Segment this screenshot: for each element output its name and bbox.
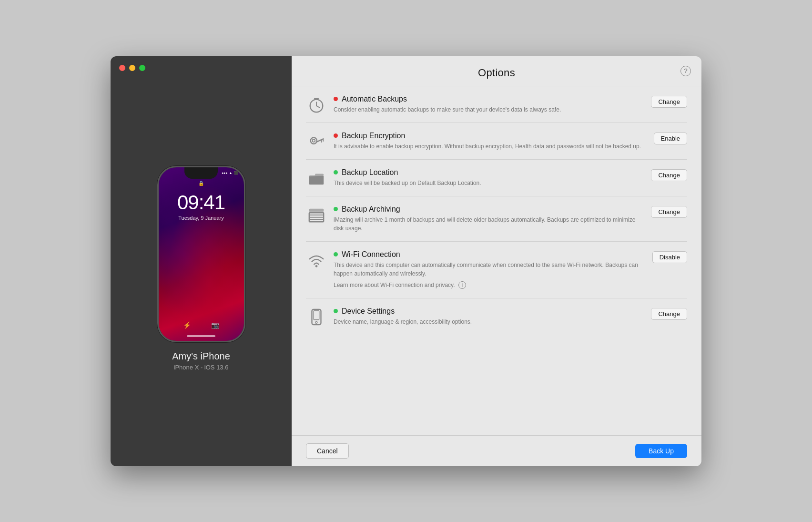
backup-button[interactable]: Back Up bbox=[635, 444, 687, 458]
status-dot-red-encryption bbox=[334, 133, 338, 138]
disable-wifi-connection-button[interactable]: Disable bbox=[652, 251, 687, 263]
phone-time-display: 09:41 Tuesday, 9 January bbox=[159, 191, 244, 221]
change-backup-location-button[interactable]: Change bbox=[651, 169, 687, 181]
status-dot-green-location bbox=[334, 170, 338, 174]
svg-point-5 bbox=[311, 137, 317, 143]
option-title-backup-encryption: Backup Encryption bbox=[342, 132, 405, 140]
app-window: ●●● ▲ ⬛ 🔒 09:41 Tuesday, 9 January ⚡ 📷 A… bbox=[111, 56, 701, 466]
option-body-backup-archiving: Backup Archiving iMazing will archive 1 … bbox=[334, 205, 644, 233]
option-title-automatic-backups: Automatic Backups bbox=[342, 95, 407, 103]
option-action-wifi-connection: Disable bbox=[652, 251, 687, 263]
option-body-device-settings: Device Settings Device name, language & … bbox=[334, 307, 644, 326]
archive-icon bbox=[306, 206, 327, 224]
svg-point-6 bbox=[312, 139, 315, 142]
phone-container: ●●● ▲ ⬛ 🔒 09:41 Tuesday, 9 January ⚡ 📷 A… bbox=[157, 85, 245, 466]
options-header: Options ? bbox=[292, 56, 701, 86]
camera-icon: 📷 bbox=[211, 321, 219, 329]
option-desc-backup-location: This device will be backed up on Default… bbox=[334, 179, 644, 187]
device-model: iPhone X - iOS 13.6 bbox=[174, 364, 229, 371]
option-title-row-location: Backup Location bbox=[334, 168, 644, 177]
option-desc-backup-encryption: It is advisable to enable backup encrypt… bbox=[334, 142, 647, 151]
phone-status-icons: ●●● ▲ ⬛ bbox=[222, 171, 238, 175]
option-desc-backup-archiving: iMazing will archive 1 month of backups … bbox=[334, 215, 644, 233]
option-body-automatic-backups: Automatic Backups Consider enabling auto… bbox=[334, 95, 644, 114]
svg-point-19 bbox=[315, 321, 317, 323]
option-title-backup-location: Backup Location bbox=[342, 168, 398, 177]
options-content: Automatic Backups Consider enabling auto… bbox=[292, 86, 701, 435]
option-desc-wifi-extra: Learn more about Wi-Fi connection and pr… bbox=[334, 281, 646, 289]
change-device-settings-button[interactable]: Change bbox=[651, 308, 687, 320]
traffic-lights bbox=[119, 65, 145, 71]
device-name: Amy's iPhone bbox=[172, 351, 230, 362]
wifi-icon bbox=[306, 251, 327, 269]
status-dot-green-archiving bbox=[334, 207, 338, 211]
option-title-row-device-settings: Device Settings bbox=[334, 307, 644, 316]
folder-icon bbox=[306, 169, 327, 187]
option-action-device-settings: Change bbox=[651, 308, 687, 320]
svg-rect-18 bbox=[314, 310, 319, 319]
option-title-row-encryption: Backup Encryption bbox=[334, 132, 647, 140]
option-row-automatic-backups: Automatic Backups Consider enabling auto… bbox=[306, 86, 687, 123]
svg-rect-10 bbox=[309, 175, 324, 184]
option-title-backup-archiving: Backup Archiving bbox=[342, 205, 400, 214]
clock-icon bbox=[306, 96, 327, 114]
option-title-device-settings: Device Settings bbox=[342, 307, 395, 316]
option-action-backup-encryption: Enable bbox=[654, 133, 687, 144]
page-title: Options bbox=[478, 67, 515, 79]
option-row-backup-location: Backup Location This device will be back… bbox=[306, 160, 687, 196]
status-dot-green-device-settings bbox=[334, 309, 338, 313]
phone-notch bbox=[184, 167, 218, 179]
phone-frame: ●●● ▲ ⬛ 🔒 09:41 Tuesday, 9 January ⚡ 📷 bbox=[157, 166, 245, 342]
phone-lock-icon: 🔒 bbox=[198, 181, 204, 186]
phone-date: Tuesday, 9 January bbox=[159, 215, 244, 221]
option-row-backup-archiving: Backup Archiving iMazing will archive 1 … bbox=[306, 196, 687, 242]
flashlight-icon: ⚡ bbox=[183, 321, 191, 329]
option-action-backup-archiving: Change bbox=[651, 206, 687, 218]
option-row-device-settings: Device Settings Device name, language & … bbox=[306, 298, 687, 335]
change-backup-archiving-button[interactable]: Change bbox=[651, 206, 687, 218]
option-body-backup-location: Backup Location This device will be back… bbox=[334, 168, 644, 187]
footer: Cancel Back Up bbox=[292, 435, 701, 466]
change-automatic-backups-button[interactable]: Change bbox=[651, 96, 687, 108]
close-button[interactable] bbox=[119, 65, 125, 71]
cancel-button[interactable]: Cancel bbox=[306, 443, 349, 459]
svg-rect-17 bbox=[312, 309, 321, 324]
left-panel: ●●● ▲ ⬛ 🔒 09:41 Tuesday, 9 January ⚡ 📷 A… bbox=[111, 56, 292, 466]
option-body-wifi-connection: Wi-Fi Connection This device and this co… bbox=[334, 250, 646, 289]
svg-line-7 bbox=[316, 139, 323, 142]
option-title-row: Automatic Backups bbox=[334, 95, 644, 103]
option-desc-automatic-backups: Consider enabling automatic backups to m… bbox=[334, 105, 644, 114]
phone-settings-icon bbox=[306, 308, 327, 326]
status-dot-green-wifi bbox=[334, 252, 338, 256]
help-button[interactable]: ? bbox=[680, 66, 691, 76]
info-icon[interactable]: i bbox=[458, 281, 466, 289]
option-title-row-wifi: Wi-Fi Connection bbox=[334, 250, 646, 259]
svg-line-2 bbox=[316, 105, 320, 107]
option-row-backup-encryption: Backup Encryption It is advisable to ena… bbox=[306, 123, 687, 160]
option-action-backup-location: Change bbox=[651, 169, 687, 181]
minimize-button[interactable] bbox=[129, 65, 135, 71]
option-desc-wifi-connection: This device and this computer can automa… bbox=[334, 261, 646, 278]
option-action-automatic-backups: Change bbox=[651, 96, 687, 108]
option-title-row-archiving: Backup Archiving bbox=[334, 205, 644, 214]
enable-backup-encryption-button[interactable]: Enable bbox=[654, 133, 687, 144]
option-title-wifi-connection: Wi-Fi Connection bbox=[342, 250, 400, 259]
key-icon bbox=[306, 133, 327, 151]
option-row-wifi-connection: Wi-Fi Connection This device and this co… bbox=[306, 242, 687, 298]
maximize-button[interactable] bbox=[139, 65, 145, 71]
svg-point-16 bbox=[315, 265, 318, 267]
option-desc-device-settings: Device name, language & region, accessib… bbox=[334, 317, 644, 326]
right-panel: Options ? Automati bbox=[292, 56, 701, 466]
phone-home-indicator bbox=[187, 335, 215, 337]
phone-bottom-icons: ⚡ 📷 bbox=[159, 321, 244, 329]
status-dot-red bbox=[334, 97, 338, 101]
option-body-backup-encryption: Backup Encryption It is advisable to ena… bbox=[334, 132, 647, 151]
svg-rect-11 bbox=[309, 208, 324, 212]
phone-time: 09:41 bbox=[159, 191, 244, 214]
